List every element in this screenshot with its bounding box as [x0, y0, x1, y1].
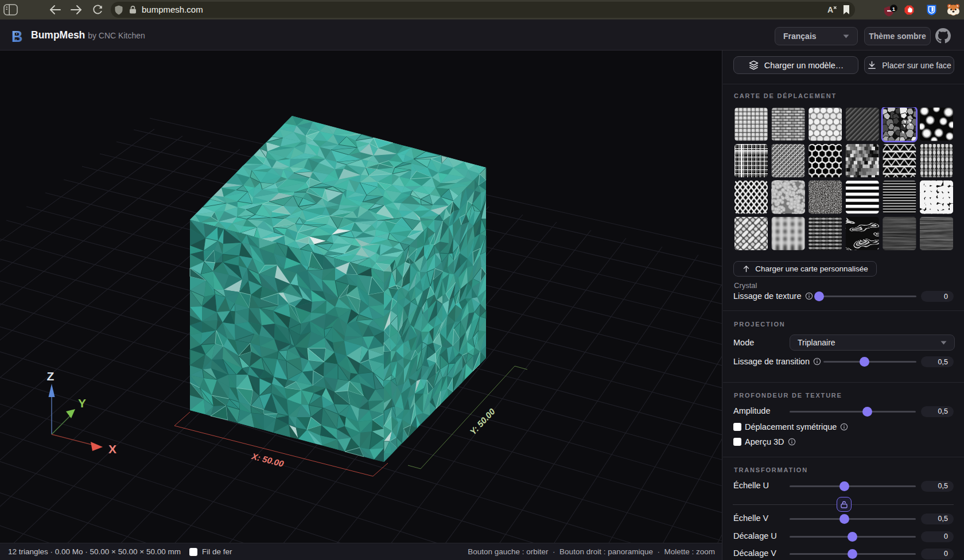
svg-text:1: 1	[892, 6, 896, 12]
svg-text:A: A	[827, 5, 833, 14]
svg-text:X: X	[108, 442, 116, 456]
svg-text:Z: Z	[47, 370, 55, 383]
svg-text:B: B	[12, 29, 23, 44]
svg-text:Y: Y	[78, 396, 86, 410]
